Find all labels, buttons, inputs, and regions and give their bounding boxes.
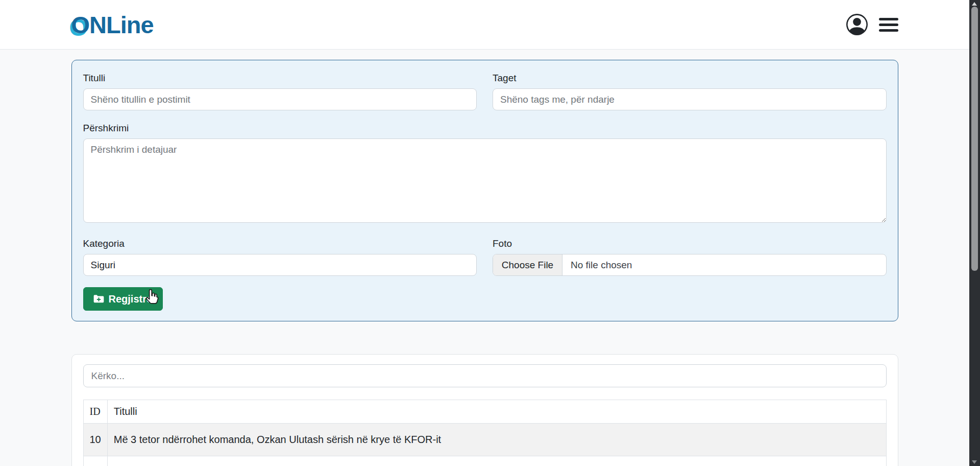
kategoria-select[interactable]: Siguri: [83, 254, 477, 276]
form-row-2: Kategoria Siguri Foto Choose File No fil…: [83, 238, 887, 276]
logo-rest: NLine: [89, 11, 154, 38]
taget-label: Taget: [493, 73, 887, 84]
scroll-up-arrow-icon[interactable]: [972, 2, 977, 6]
field-kategoria: Kategoria Siguri: [83, 238, 477, 276]
menu-icon[interactable]: [879, 16, 898, 34]
table-row[interactable]: 10 Më 3 tetor ndërrohet komanda, Ozkan U…: [83, 424, 886, 456]
main-container: Titulli Taget Përshkrimi Kategoria: [71, 60, 898, 466]
row-title: Më 3 tetor ndërrohet komanda, Ozkan Ulut…: [107, 424, 886, 456]
form-row-1: Titulli Taget: [83, 73, 887, 110]
row-id: 9: [83, 456, 107, 466]
field-titulli: Titulli: [83, 73, 477, 110]
account-icon[interactable]: [846, 14, 868, 35]
field-foto: Foto Choose File No file chosen: [493, 238, 887, 276]
file-chosen-status: No file chosen: [562, 254, 632, 275]
posts-list-card: ID Titulli 10 Më 3 tetor ndërrohet koman…: [71, 354, 898, 466]
foto-file-input[interactable]: Choose File No file chosen: [493, 254, 887, 276]
kategoria-selected-value: Siguri: [91, 260, 116, 271]
logo-letter-o: OO: [71, 13, 90, 37]
regjistro-button[interactable]: Regjistro: [83, 287, 163, 311]
posts-table: ID Titulli 10 Më 3 tetor ndërrohet koman…: [83, 400, 887, 466]
titulli-label: Titulli: [83, 73, 477, 84]
scrollbar-thumb[interactable]: [971, 7, 978, 271]
menu-bar: [879, 24, 898, 26]
pershkrimi-label: Përshkrimi: [83, 123, 887, 134]
kategoria-label: Kategoria: [83, 238, 477, 249]
viewport: OONLine: [0, 0, 980, 466]
header: OONLine: [0, 0, 969, 50]
scroll-down-arrow-icon[interactable]: [972, 460, 977, 464]
column-header-id: ID: [83, 400, 107, 424]
field-taget: Taget: [493, 73, 887, 110]
taget-input[interactable]: [493, 88, 887, 110]
logo-o-dark-layer: O: [71, 11, 90, 38]
header-icons: [846, 14, 898, 35]
field-pershkrimi: Përshkrimi: [83, 123, 887, 225]
choose-file-button[interactable]: Choose File: [493, 254, 562, 275]
header-inner: OONLine: [71, 13, 898, 37]
vertical-scrollbar[interactable]: [969, 0, 980, 466]
site-logo[interactable]: OONLine: [71, 13, 154, 37]
folder-plus-icon: [93, 294, 104, 305]
titulli-input[interactable]: [83, 88, 477, 110]
table-row[interactable]: 9 Ora e Mozzik që u tha se kushton 1.3 m…: [83, 456, 886, 466]
row-title: Ora e Mozzik që u tha se kushton 1.3 mil…: [107, 456, 886, 466]
regjistro-button-label: Regjistro: [109, 293, 153, 305]
table-header-row: ID Titulli: [83, 400, 886, 424]
row-id: 10: [83, 424, 107, 456]
foto-label: Foto: [493, 238, 887, 249]
search-input[interactable]: [83, 364, 887, 387]
menu-bar: [879, 18, 898, 20]
menu-bar: [879, 29, 898, 32]
post-form-card: Titulli Taget Përshkrimi Kategoria: [71, 60, 898, 321]
column-header-titulli: Titulli: [107, 400, 886, 424]
pershkrimi-textarea[interactable]: [83, 138, 887, 223]
page-content: OONLine: [0, 0, 969, 466]
